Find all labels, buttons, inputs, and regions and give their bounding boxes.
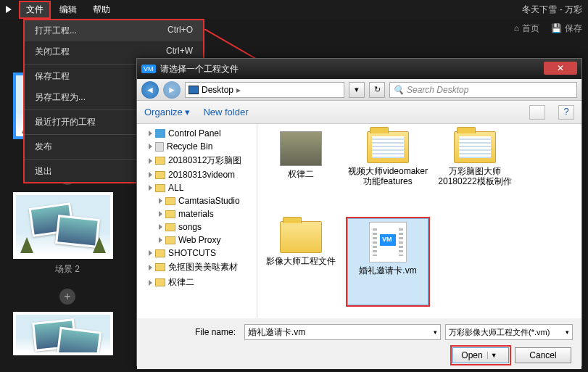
close-button[interactable]: ✕ <box>544 62 577 75</box>
nav-back-button[interactable]: ◄ <box>141 81 159 99</box>
tree-folder[interactable]: SHOTCUTS <box>137 247 257 260</box>
breadcrumb[interactable]: Desktop ▸ <box>185 82 344 98</box>
vm-file-icon <box>369 222 407 263</box>
filename-input[interactable]: 婚礼邀请卡.vm▾ <box>244 324 441 340</box>
tree-folder[interactable]: 20180313videom <box>137 168 257 181</box>
tree-folder[interactable]: 20180312万彩脑图 <box>137 153 257 168</box>
view-options-button[interactable] <box>529 105 545 120</box>
desktop-icon <box>189 86 199 94</box>
tree-folder[interactable]: 权律二 <box>137 275 257 290</box>
dialog-title: 请选择一个工程文件 <box>160 63 239 75</box>
menu-file[interactable]: 文件 <box>19 1 51 19</box>
tree-folder[interactable]: 免抠图美美哒素材 <box>137 260 257 275</box>
folder-icon <box>280 221 322 253</box>
menu-help[interactable]: 帮助 <box>86 1 117 19</box>
tree-folder[interactable]: ALL <box>137 181 257 194</box>
menu-edit[interactable]: 编辑 <box>52 1 84 19</box>
dialog-footer: File name: 婚礼邀请卡.vm▾ 万彩影像大师工程文件(*.vm)▾ O… <box>137 318 581 369</box>
play-icon <box>6 6 12 13</box>
tree-folder[interactable]: songs <box>137 220 257 233</box>
file-item-selected[interactable]: 婚礼邀请卡.vm <box>347 218 428 305</box>
file-item[interactable]: 万彩脑图大师20180222模板制作 <box>434 128 515 215</box>
scene-3[interactable] <box>13 312 122 355</box>
filetype-select[interactable]: 万彩影像大师工程文件(*.vm)▾ <box>445 324 573 340</box>
dialog-nav: ◄ ► Desktop ▸ ▾ ↻ 🔍 Search Desktop <box>137 79 581 101</box>
organize-menu[interactable]: Organize ▾ <box>144 107 190 117</box>
search-icon: 🔍 <box>393 85 404 95</box>
image-thumb-icon <box>280 131 322 166</box>
menu-open-project[interactable]: 打开工程...Ctrl+O <box>25 20 203 41</box>
nav-forward-button[interactable]: ► <box>163 81 181 99</box>
home-button[interactable]: ⌂ 首页 <box>514 22 539 35</box>
nav-dropdown-icon[interactable]: ▾ <box>349 82 365 98</box>
refresh-button[interactable]: ↻ <box>369 82 385 98</box>
folder-icon <box>367 131 409 163</box>
dialog-titlebar: VM 请选择一个工程文件 ✕ <box>137 59 581 79</box>
cancel-button[interactable]: Cancel <box>515 347 571 363</box>
tree-folder[interactable]: materials <box>137 207 257 220</box>
folder-tree[interactable]: Control Panel Recycle Bin 20180312万彩脑图 2… <box>137 124 257 318</box>
window-title: 冬天下雪 - 万彩 <box>522 4 582 16</box>
dialog-toolbar: Organize ▾ New folder ? <box>137 101 581 124</box>
filename-label: File name: <box>146 327 240 337</box>
file-item[interactable]: 影像大师工程文件 <box>260 218 341 305</box>
tree-folder[interactable]: CamtasiaStudio <box>137 194 257 207</box>
file-item[interactable]: 视频大师videomaker 功能features <box>347 128 428 215</box>
file-open-dialog: VM 请选择一个工程文件 ✕ ◄ ► Desktop ▸ ▾ ↻ 🔍 Searc… <box>136 58 582 366</box>
new-folder-button[interactable]: New folder <box>203 107 248 117</box>
tree-control-panel[interactable]: Control Panel <box>137 127 257 140</box>
file-list[interactable]: 权律二 视频大师videomaker 功能features 万彩脑图大师2018… <box>257 124 581 318</box>
add-scene-button-2[interactable]: + <box>59 289 75 305</box>
file-item[interactable]: 权律二 <box>260 128 341 215</box>
tree-recycle-bin[interactable]: Recycle Bin <box>137 140 257 153</box>
menubar: 文件 编辑 帮助 冬天下雪 - 万彩 <box>0 0 588 19</box>
folder-icon <box>454 131 496 163</box>
help-button[interactable]: ? <box>558 105 574 120</box>
save-button[interactable]: 💾 保存 <box>551 22 582 35</box>
open-button[interactable]: Open▼ <box>452 347 509 363</box>
search-input[interactable]: 🔍 Search Desktop <box>389 82 577 98</box>
scene-2-label: 场景 2 <box>13 263 122 276</box>
scene-2[interactable]: 场景 2 <box>13 192 122 276</box>
vm-badge-icon: VM <box>141 65 156 73</box>
tree-folder[interactable]: Web Proxy <box>137 233 257 247</box>
